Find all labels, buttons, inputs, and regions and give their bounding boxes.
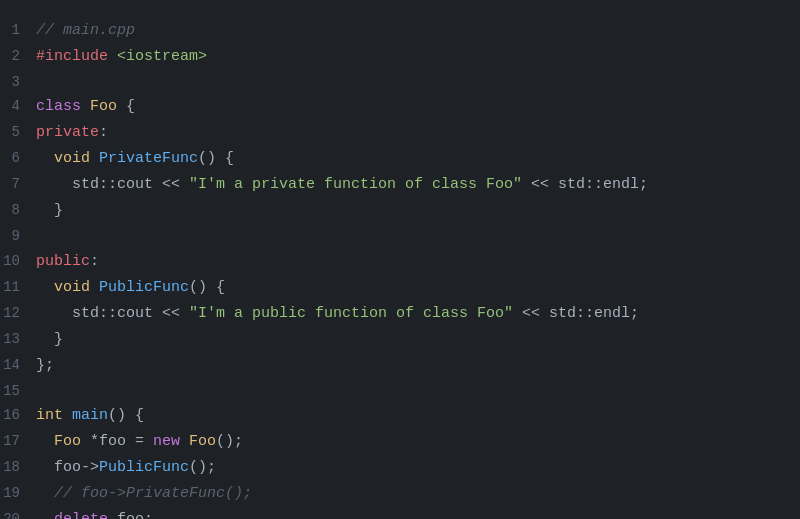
token-comment-inline: // foo->PrivateFunc(); <box>36 485 252 502</box>
line-content: delete foo; <box>36 508 153 519</box>
token-plain: std::cout << <box>36 305 189 322</box>
line-number: 11 <box>0 276 36 298</box>
token-include: #include <box>36 48 117 65</box>
token-plain: } <box>36 202 63 219</box>
line-number: 10 <box>0 250 36 272</box>
token-int: int <box>36 407 72 424</box>
token-plain: (); <box>216 433 243 450</box>
line-content: int main() { <box>36 404 144 428</box>
token-plain: () { <box>198 150 234 167</box>
code-line: 11 void PublicFunc() { <box>0 275 800 301</box>
token-plain <box>36 511 54 519</box>
token-access: public <box>36 253 90 270</box>
code-line: 1// main.cpp <box>0 18 800 44</box>
line-number: 12 <box>0 302 36 324</box>
line-number: 1 <box>0 19 36 41</box>
line-number: 13 <box>0 328 36 350</box>
line-content: class Foo { <box>36 95 135 119</box>
line-number: 9 <box>0 225 36 247</box>
line-content: } <box>36 328 63 352</box>
token-access: private <box>36 124 99 141</box>
code-line: 19 // foo->PrivateFunc(); <box>0 481 800 507</box>
code-line: 14}; <box>0 353 800 379</box>
token-plain: } <box>36 331 63 348</box>
token-delete: delete <box>54 511 117 519</box>
token-plain: : <box>99 124 108 141</box>
token-plain <box>36 279 54 296</box>
line-number: 3 <box>0 71 36 93</box>
code-line: 18 foo->PublicFunc(); <box>0 455 800 481</box>
line-number: 20 <box>0 508 36 519</box>
line-content: #include <iostream> <box>36 45 207 69</box>
token-plain: foo-> <box>36 459 99 476</box>
line-content: public: <box>36 250 99 274</box>
code-line: 9 <box>0 224 800 248</box>
line-number: 2 <box>0 45 36 67</box>
code-line: 8 } <box>0 198 800 224</box>
token-plain: { <box>126 98 135 115</box>
code-line: 10public: <box>0 249 800 275</box>
token-string: "I'm a private function of class Foo" <box>189 176 522 193</box>
line-content: foo->PublicFunc(); <box>36 456 216 480</box>
token-string: "I'm a public function of class Foo" <box>189 305 513 322</box>
token-comment: // main.cpp <box>36 22 135 39</box>
code-line: 16int main() { <box>0 403 800 429</box>
token-func: PublicFunc <box>99 279 189 296</box>
code-line: 20 delete foo; <box>0 507 800 519</box>
token-plain: << std::endl; <box>522 176 648 193</box>
code-line: 5private: <box>0 120 800 146</box>
token-plain: () { <box>108 407 144 424</box>
token-plain: }; <box>36 357 54 374</box>
token-func: PrivateFunc <box>99 150 198 167</box>
token-class-name: Foo <box>189 433 216 450</box>
token-void: void <box>54 150 99 167</box>
line-content: }; <box>36 354 54 378</box>
code-line: 4class Foo { <box>0 94 800 120</box>
line-number: 18 <box>0 456 36 478</box>
line-content: private: <box>36 121 108 145</box>
code-line: 15 <box>0 379 800 403</box>
token-new: new <box>153 433 189 450</box>
token-plain <box>36 433 54 450</box>
token-func: PublicFunc <box>99 459 189 476</box>
line-number: 14 <box>0 354 36 376</box>
line-number: 15 <box>0 380 36 402</box>
token-plain: << std::endl; <box>513 305 639 322</box>
line-number: 8 <box>0 199 36 221</box>
token-plain: (); <box>189 459 216 476</box>
line-number: 6 <box>0 147 36 169</box>
token-plain: foo; <box>117 511 153 519</box>
code-line: 13 } <box>0 327 800 353</box>
line-content: Foo *foo = new Foo(); <box>36 430 243 454</box>
token-class-name: Foo <box>90 98 126 115</box>
token-class-name: Foo <box>54 433 90 450</box>
token-include-lib: <iostream> <box>117 48 207 65</box>
token-main: main <box>72 407 108 424</box>
code-line: 2#include <iostream> <box>0 44 800 70</box>
code-line: 12 std::cout << "I'm a public function o… <box>0 301 800 327</box>
token-plain: : <box>90 253 99 270</box>
line-number: 16 <box>0 404 36 426</box>
code-editor: 1// main.cpp2#include <iostream>34class … <box>0 0 800 519</box>
line-content: std::cout << "I'm a private function of … <box>36 173 648 197</box>
code-line: 7 std::cout << "I'm a private function o… <box>0 172 800 198</box>
line-content: } <box>36 199 63 223</box>
token-plain: std::cout << <box>36 176 189 193</box>
line-number: 17 <box>0 430 36 452</box>
line-number: 19 <box>0 482 36 504</box>
token-plain <box>36 150 54 167</box>
line-content: std::cout << "I'm a public function of c… <box>36 302 639 326</box>
code-line: 3 <box>0 70 800 94</box>
token-plain: *foo = <box>90 433 153 450</box>
line-content: void PublicFunc() { <box>36 276 225 300</box>
token-keyword: class <box>36 98 90 115</box>
line-content: // main.cpp <box>36 19 135 43</box>
token-plain: () { <box>189 279 225 296</box>
line-number: 5 <box>0 121 36 143</box>
line-content: void PrivateFunc() { <box>36 147 234 171</box>
code-line: 17 Foo *foo = new Foo(); <box>0 429 800 455</box>
code-line: 6 void PrivateFunc() { <box>0 146 800 172</box>
line-number: 7 <box>0 173 36 195</box>
line-content: // foo->PrivateFunc(); <box>36 482 252 506</box>
token-void: void <box>54 279 99 296</box>
